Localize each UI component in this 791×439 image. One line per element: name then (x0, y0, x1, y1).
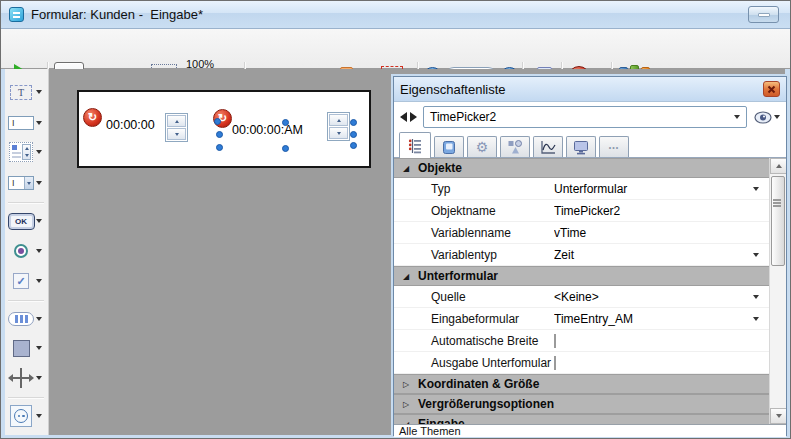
property-grid: ◢ Objekte Typ Unterformular Objektname T… (394, 158, 786, 424)
shapes-icon (507, 139, 523, 155)
listbox-tool[interactable] (7, 139, 47, 165)
object-selector-combobox[interactable]: TimePicker2 (423, 106, 747, 128)
selection-handle-bottom-right[interactable] (350, 142, 357, 149)
selection-handle-bottom-center[interactable] (282, 145, 289, 152)
tab-more[interactable]: ••• (599, 136, 629, 157)
chart-icon (540, 140, 556, 155)
timepicker2-spinner[interactable] (327, 112, 350, 141)
selection-handle-bottom-left[interactable] (216, 144, 223, 151)
property-row-variablentyp[interactable]: Variablentyp Zeit (394, 244, 769, 266)
chevron-down-icon[interactable] (753, 187, 759, 191)
tab-settings[interactable]: ⚙ (467, 136, 497, 157)
button-tool-icon: OK (8, 213, 35, 230)
property-row-ausgabe-unterformular[interactable]: Ausgabe Unterfomular (394, 352, 769, 374)
property-row-automatische-breite[interactable]: Automatische Breite (394, 330, 769, 352)
ellipsis-icon: ••• (609, 144, 619, 151)
visibility-button[interactable] (754, 111, 780, 124)
section-header-eingabe[interactable]: ◢ Eingabe (394, 414, 769, 424)
subform-tool-icon (10, 405, 32, 427)
close-icon (767, 85, 776, 94)
checkbox-unchecked[interactable] (554, 334, 556, 348)
chevron-down-icon[interactable] (36, 249, 42, 253)
selection-handle-top-left[interactable] (214, 118, 221, 125)
radio-button-tool[interactable] (7, 238, 47, 264)
section-header-koordinaten[interactable]: ▷ Koordinaten & Größe (394, 374, 769, 394)
splitter-tool-icon (10, 368, 32, 388)
collapse-icon: ◢ (394, 272, 418, 281)
selection-handle-mid-right[interactable] (350, 131, 357, 138)
scrollbar-thumb[interactable] (771, 176, 785, 266)
properties-panel: Eigenschaftenliste TimePicker2 (393, 76, 787, 436)
close-panel-button[interactable] (763, 81, 780, 97)
chevron-down-icon[interactable] (36, 279, 42, 283)
property-row-typ[interactable]: Typ Unterformular (394, 178, 769, 200)
chevron-down-icon[interactable] (36, 121, 42, 125)
tab-property-list[interactable] (399, 132, 431, 158)
textbox-tool[interactable]: I (7, 110, 47, 136)
property-list-icon (408, 138, 423, 154)
tab-display[interactable] (566, 136, 596, 157)
section-header-objekte[interactable]: ◢ Objekte (394, 158, 769, 178)
chevron-down-icon[interactable] (753, 295, 759, 299)
chevron-down-icon[interactable] (753, 253, 759, 257)
chevron-down-icon[interactable] (36, 90, 42, 94)
scroll-up-button[interactable] (770, 158, 786, 174)
spin-down-icon[interactable] (167, 128, 186, 140)
chevron-down-icon[interactable] (36, 414, 42, 418)
toolbox-separator (8, 300, 44, 301)
selection-handle-top-right[interactable] (350, 119, 357, 126)
panel-status-bar: Alle Themen (394, 424, 786, 437)
tab-chart[interactable] (533, 136, 563, 157)
next-object-icon[interactable] (410, 112, 417, 122)
chevron-down-icon[interactable] (36, 150, 42, 154)
book-icon (442, 140, 456, 155)
checkbox-tool-icon: ✓ (13, 273, 29, 289)
window-title: Formular: Kunden - Eingabe* (31, 7, 203, 22)
properties-panel-title: Eigenschaftenliste (400, 82, 763, 97)
chevron-down-icon[interactable] (36, 181, 42, 185)
section-header-unterformular[interactable]: ◢ Unterformular (394, 266, 769, 286)
spin-down-icon[interactable] (329, 127, 348, 139)
previous-object-icon[interactable] (400, 112, 407, 122)
scroll-down-button[interactable] (770, 408, 786, 424)
timepicker1-spinner[interactable] (165, 113, 188, 142)
chevron-down-icon[interactable] (753, 317, 759, 321)
toolbox-separator (8, 202, 44, 203)
spin-up-icon[interactable] (167, 115, 186, 127)
property-row-variablenname[interactable]: Variablenname vTime (394, 222, 769, 244)
property-row-eingabeformular[interactable]: Eingabeformular TimeEntry_AM (394, 308, 769, 330)
property-row-quelle[interactable]: Quelle <Keine> (394, 286, 769, 308)
selection-handle-mid-left[interactable] (216, 131, 223, 138)
chevron-down-icon[interactable] (36, 317, 42, 321)
timepicker1-value[interactable]: 00:00:00 (106, 118, 155, 132)
chevron-down-icon[interactable] (36, 346, 42, 350)
selection-handle-top-center[interactable] (282, 119, 289, 126)
checkbox-tool[interactable]: ✓ (7, 268, 47, 294)
property-row-objektname[interactable]: Objektname TimePicker2 (394, 200, 769, 222)
chevron-down-icon[interactable] (36, 376, 42, 380)
chevron-down-icon[interactable] (36, 219, 42, 223)
tab-shapes[interactable] (500, 136, 530, 157)
splitter-tool[interactable] (7, 365, 47, 391)
rectangle-tool[interactable] (7, 335, 47, 361)
checkbox-unchecked[interactable] (554, 356, 556, 370)
button-tool[interactable]: OK (7, 208, 47, 234)
tab-data[interactable] (434, 136, 464, 157)
minimize-button[interactable] (748, 6, 779, 23)
arrow-up-icon (776, 164, 782, 168)
subform-tool[interactable] (7, 403, 47, 429)
combobox-tool-icon: I (8, 176, 34, 190)
expand-icon: ▷ (394, 380, 418, 389)
timepicker2-value[interactable]: 00:00:00:AM (232, 123, 303, 137)
timepicker1-refresh-icon[interactable]: ↻ (83, 108, 102, 127)
toggle-group-tool[interactable] (7, 306, 47, 332)
scrollbar[interactable] (769, 158, 786, 424)
spin-up-icon[interactable] (329, 114, 348, 126)
label-tool[interactable]: T (7, 79, 47, 105)
gear-icon: ⚙ (476, 139, 489, 155)
collapse-icon: ◢ (394, 420, 418, 425)
section-header-vergroesserung[interactable]: ▷ Vergrößerungsoptionen (394, 394, 769, 414)
monitor-icon (573, 140, 589, 155)
combobox-tool[interactable]: I (7, 170, 47, 196)
chevron-down-icon (734, 115, 740, 119)
